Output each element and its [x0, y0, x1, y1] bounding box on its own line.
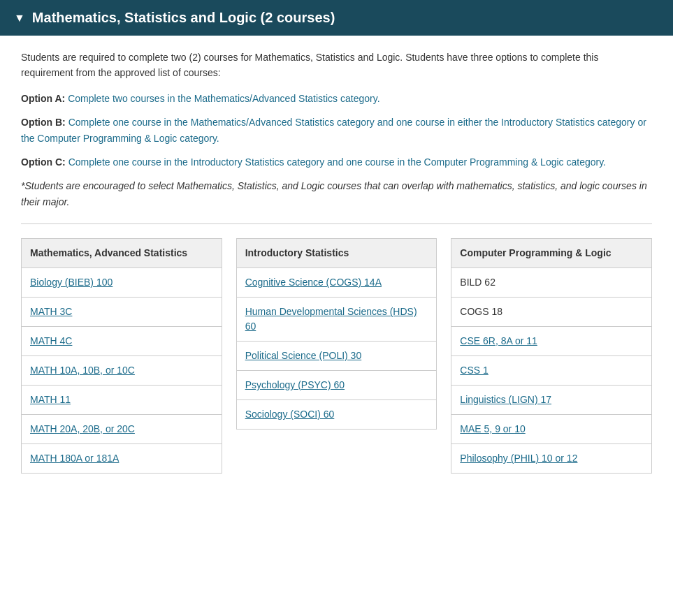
course-table-intro-stats: Introductory StatisticsCognitive Science…	[236, 238, 437, 430]
tables-container: Mathematics, Advanced StatisticsBiology …	[21, 238, 652, 474]
course-link[interactable]: MATH 180A or 181A	[30, 453, 119, 464]
course-link[interactable]: MATH 20A, 20B, or 20C	[30, 423, 135, 434]
section-header[interactable]: ▼ Mathematics, Statistics and Logic (2 c…	[0, 0, 673, 36]
table-row[interactable]: MATH 4C	[22, 327, 222, 356]
course-link[interactable]: MATH 11	[30, 394, 71, 405]
table-row[interactable]: Psychology (PSYC) 60	[237, 371, 437, 400]
course-link[interactable]: Sociology (SOCI) 60	[245, 409, 335, 420]
option-a-label: Option A:	[21, 93, 65, 104]
course-link[interactable]: Philosophy (PHIL) 10 or 12	[460, 453, 577, 464]
course-link[interactable]: Psychology (PSYC) 60	[245, 379, 345, 390]
option-b-block: Option B: Complete one course in the Mat…	[21, 115, 652, 146]
option-a-link[interactable]: Complete two courses in the Mathematics/…	[68, 93, 379, 104]
divider	[21, 223, 652, 224]
italic-note: *Students are encouraged to select Mathe…	[21, 178, 652, 210]
option-c-block: Option C: Complete one course in the Int…	[21, 154, 652, 170]
course-table-comp-prog: Computer Programming & LogicBILD 62COGS …	[451, 238, 652, 474]
option-a-text: Complete two courses in the Mathematics/…	[68, 93, 379, 104]
option-a-block: Option A: Complete two courses in the Ma…	[21, 91, 652, 106]
option-b-link[interactable]: Complete one course in the Mathematics/A…	[21, 117, 646, 143]
option-b-text: Complete one course in the Mathematics/A…	[21, 117, 646, 143]
option-c-link[interactable]: Complete one course in the Introductory …	[68, 156, 606, 168]
course-link[interactable]: MATH 10A, 10B, or 10C	[30, 365, 135, 376]
option-b-label: Option B:	[21, 117, 66, 128]
course-link[interactable]: MATH 3C	[30, 306, 72, 317]
course-link[interactable]: CSS 1	[460, 365, 488, 376]
table-row[interactable]: CSE 6R, 8A or 11	[451, 327, 651, 356]
chevron-icon: ▼	[14, 12, 25, 24]
table-row[interactable]: Biology (BIEB) 100	[22, 268, 222, 298]
table-row[interactable]: Cognitive Science (COGS) 14A	[237, 268, 437, 298]
option-c-label: Option C:	[21, 156, 66, 168]
course-link[interactable]: Political Science (POLI) 30	[245, 350, 362, 361]
course-table-math-advanced: Mathematics, Advanced StatisticsBiology …	[21, 238, 222, 474]
table-row[interactable]: MATH 11	[22, 386, 222, 415]
table-row[interactable]: Philosophy (PHIL) 10 or 12	[451, 444, 651, 473]
course-link[interactable]: MATH 4C	[30, 335, 72, 346]
table-row[interactable]: Human Developmental Sciences (HDS) 60	[237, 298, 437, 342]
course-link[interactable]: Biology (BIEB) 100	[30, 277, 113, 288]
table-row[interactable]: MATH 10A, 10B, or 10C	[22, 356, 222, 386]
section-body: Students are required to complete two (2…	[0, 36, 673, 494]
table-row[interactable]: Political Science (POLI) 30	[237, 342, 437, 371]
course-link[interactable]: Linguistics (LIGN) 17	[460, 394, 551, 405]
course-link[interactable]: Human Developmental Sciences (HDS) 60	[245, 306, 417, 332]
table-row: COGS 18	[451, 298, 651, 327]
intro-paragraph: Students are required to complete two (2…	[21, 50, 652, 81]
table-row[interactable]: MATH 180A or 181A	[22, 444, 222, 473]
table-row[interactable]: CSS 1	[451, 356, 651, 386]
table-row: BILD 62	[451, 268, 651, 298]
table-header-math-advanced: Mathematics, Advanced Statistics	[22, 239, 222, 268]
course-link[interactable]: CSE 6R, 8A or 11	[460, 335, 537, 346]
option-c-text: Complete one course in the Introductory …	[68, 156, 606, 168]
course-link[interactable]: Cognitive Science (COGS) 14A	[245, 277, 382, 288]
table-row[interactable]: MATH 3C	[22, 298, 222, 327]
section-container: ▼ Mathematics, Statistics and Logic (2 c…	[0, 0, 673, 494]
table-header-comp-prog: Computer Programming & Logic	[451, 239, 651, 268]
table-row[interactable]: Sociology (SOCI) 60	[237, 400, 437, 429]
section-title: Mathematics, Statistics and Logic (2 cou…	[32, 10, 335, 26]
table-row[interactable]: MATH 20A, 20B, or 20C	[22, 415, 222, 444]
table-header-intro-stats: Introductory Statistics	[237, 239, 437, 268]
course-link[interactable]: MAE 5, 9 or 10	[460, 423, 525, 434]
table-row[interactable]: MAE 5, 9 or 10	[451, 415, 651, 444]
table-row[interactable]: Linguistics (LIGN) 17	[451, 386, 651, 415]
